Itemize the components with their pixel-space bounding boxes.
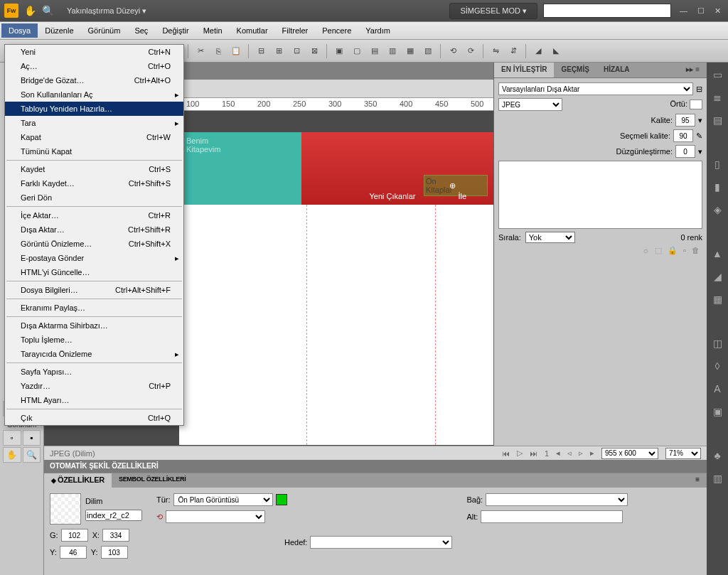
- group-icon[interactable]: ▣: [331, 43, 347, 59]
- tab-symbol-properties[interactable]: SEMBOL ÖZELLİKLERİ: [112, 473, 193, 488]
- selective-quality-input[interactable]: [673, 129, 693, 142]
- file-menu-item[interactable]: Dosya Bilgileri…Ctrl+Alt+Shift+F: [5, 283, 183, 297]
- file-menu-item[interactable]: Sayfa Yapısı…: [5, 365, 183, 379]
- menu-view[interactable]: Görünüm: [81, 23, 128, 38]
- align3-icon[interactable]: ⊡: [289, 43, 304, 59]
- rotate-icon[interactable]: ⟲: [445, 43, 461, 59]
- width-input[interactable]: [61, 529, 88, 542]
- alt-input[interactable]: [481, 510, 623, 523]
- menu-commands[interactable]: Komutlar: [230, 23, 275, 38]
- tab-align[interactable]: HİZALA: [596, 63, 637, 77]
- file-menu-item[interactable]: Ekranımı Paylaş…: [5, 301, 183, 315]
- props-menu-icon[interactable]: ≡: [688, 473, 707, 488]
- zoom-level-dropdown[interactable]: Yakınlaştırma Düzeyi: [60, 5, 154, 17]
- ungroup-icon[interactable]: ▢: [349, 43, 365, 59]
- first-frame-icon[interactable]: ⏮: [502, 449, 510, 458]
- link-icon[interactable]: ⟲: [156, 512, 163, 522]
- panel-menu-icon[interactable]: ▸▸ ≡: [679, 63, 707, 77]
- dock-swatches-icon[interactable]: ◢: [710, 269, 725, 284]
- trash-icon[interactable]: 🗑: [692, 246, 700, 255]
- rotate2-icon[interactable]: ⟳: [463, 43, 478, 59]
- smooth-slider-icon[interactable]: ▾: [698, 147, 702, 156]
- prev2-icon[interactable]: ◃: [567, 448, 572, 458]
- zoom-select[interactable]: 71%: [665, 448, 701, 459]
- play-icon[interactable]: ▷: [517, 448, 523, 458]
- autoshape-panel-header[interactable]: OTOMATİK ŞEKİL ÖZELLİKLERİ: [44, 460, 707, 473]
- slice-type-select[interactable]: Ön Plan Görüntüsü: [173, 493, 273, 506]
- format-select[interactable]: JPEG: [498, 98, 562, 111]
- search-input[interactable]: [543, 4, 671, 18]
- preset-select[interactable]: Varsayılanları Dışa Aktar: [498, 82, 693, 95]
- paste-icon[interactable]: 📋: [228, 43, 244, 59]
- back-icon[interactable]: ▥: [385, 43, 400, 59]
- matte-swatch[interactable]: [690, 100, 702, 109]
- file-menu-item[interactable]: HTML'yi Güncelle…: [5, 265, 183, 279]
- slice-name-input[interactable]: [85, 510, 142, 521]
- slice-color-swatch[interactable]: [276, 494, 287, 505]
- minimize-button[interactable]: —: [677, 5, 690, 17]
- file-menu-item[interactable]: Geri Dön: [5, 190, 183, 205]
- menu-text[interactable]: Metin: [196, 23, 230, 38]
- copy-icon[interactable]: ⎘: [210, 43, 226, 59]
- file-menu-item[interactable]: Tarayıcıda Önizleme: [5, 347, 183, 361]
- backward-icon[interactable]: ▧: [420, 43, 436, 59]
- forward-icon[interactable]: ▦: [402, 43, 418, 59]
- dock-special-icon[interactable]: ♣: [710, 448, 725, 463]
- maximize-button[interactable]: ☐: [695, 5, 707, 17]
- tool-zoom[interactable]: 🔍: [23, 447, 41, 463]
- menu-file[interactable]: Dosya: [1, 23, 38, 38]
- close-button[interactable]: ✕: [712, 5, 724, 17]
- tool-hand[interactable]: ✋: [3, 447, 21, 463]
- file-menu-item[interactable]: Görüntü Önizleme…Ctrl+Shift+X: [5, 237, 183, 251]
- add-icon[interactable]: ▫: [683, 246, 686, 255]
- dock-styles-icon[interactable]: ▲: [710, 246, 725, 262]
- file-menu-item[interactable]: Farklı Kaydet…Ctrl+Shift+S: [5, 176, 183, 190]
- file-menu-item[interactable]: KapatCtrl+W: [5, 130, 183, 144]
- flip-v-icon[interactable]: ⇵: [505, 43, 521, 59]
- dock-text-icon[interactable]: A: [710, 381, 725, 397]
- file-menu-item[interactable]: Tara: [5, 116, 183, 130]
- link-select[interactable]: [486, 493, 628, 506]
- next2-icon[interactable]: ▸: [590, 448, 594, 458]
- tab-history[interactable]: GEÇMİŞ: [554, 63, 596, 77]
- y-input[interactable]: [101, 546, 128, 559]
- dock-layers-icon[interactable]: ≣: [710, 90, 725, 105]
- file-menu-item[interactable]: Yazdır…Ctrl+P: [5, 379, 183, 393]
- menu-edit[interactable]: Düzenle: [38, 23, 80, 38]
- preset-menu-icon[interactable]: ⊟: [696, 85, 702, 94]
- dock-mixer-icon[interactable]: ▦: [710, 291, 725, 307]
- menu-modify[interactable]: Değiştir: [155, 23, 196, 38]
- flip-h-icon[interactable]: ⇋: [488, 43, 503, 59]
- flip3-icon[interactable]: ◣: [548, 43, 564, 59]
- hand-icon[interactable]: ✋: [24, 5, 36, 16]
- quality-input[interactable]: [675, 114, 695, 127]
- menu-filters[interactable]: Filtreler: [275, 23, 316, 38]
- file-menu-item[interactable]: Dışa Aktar…Ctrl+Shift+R: [5, 222, 183, 237]
- slice-export-select[interactable]: [166, 510, 265, 523]
- file-menu-item[interactable]: Bridge'de Gözat…Ctrl+Alt+O: [5, 73, 183, 87]
- edit-sq-icon[interactable]: ✎: [696, 131, 702, 141]
- tool-preview[interactable]: ▪: [23, 430, 41, 446]
- next-icon[interactable]: ▹: [579, 448, 583, 458]
- menu-help[interactable]: Yardım: [358, 23, 397, 38]
- tab-properties[interactable]: ◆ ÖZELLİKLER: [44, 473, 112, 488]
- menu-window[interactable]: Pencere: [315, 23, 358, 38]
- tab-optimize[interactable]: EN İYİLEŞTİR: [494, 63, 554, 77]
- dock-optimize-icon[interactable]: ▭: [710, 67, 725, 82]
- x-input[interactable]: [102, 529, 129, 542]
- smoothing-input[interactable]: [675, 145, 695, 158]
- dock-path-icon[interactable]: ◊: [710, 358, 725, 374]
- file-menu-item[interactable]: İçe Aktar…Ctrl+R: [5, 208, 183, 222]
- dock-assets-icon[interactable]: ◈: [710, 202, 725, 217]
- dock-states-icon[interactable]: ▮: [710, 179, 725, 195]
- sort-select[interactable]: Yok: [525, 232, 575, 243]
- file-menu-item[interactable]: Dışa Aktarma Sihirbazı…: [5, 318, 183, 333]
- cut-icon[interactable]: ✂: [193, 43, 208, 59]
- slice-handle-icon[interactable]: ⊕: [449, 181, 456, 190]
- tool-normal[interactable]: ▫: [3, 430, 21, 446]
- target-select[interactable]: [310, 536, 452, 549]
- cube-icon[interactable]: ⬚: [655, 246, 662, 255]
- align2-icon[interactable]: ⊞: [271, 43, 287, 59]
- file-menu-item[interactable]: Toplu İşleme…: [5, 333, 183, 347]
- file-menu-item[interactable]: HTML Ayarı…: [5, 393, 183, 407]
